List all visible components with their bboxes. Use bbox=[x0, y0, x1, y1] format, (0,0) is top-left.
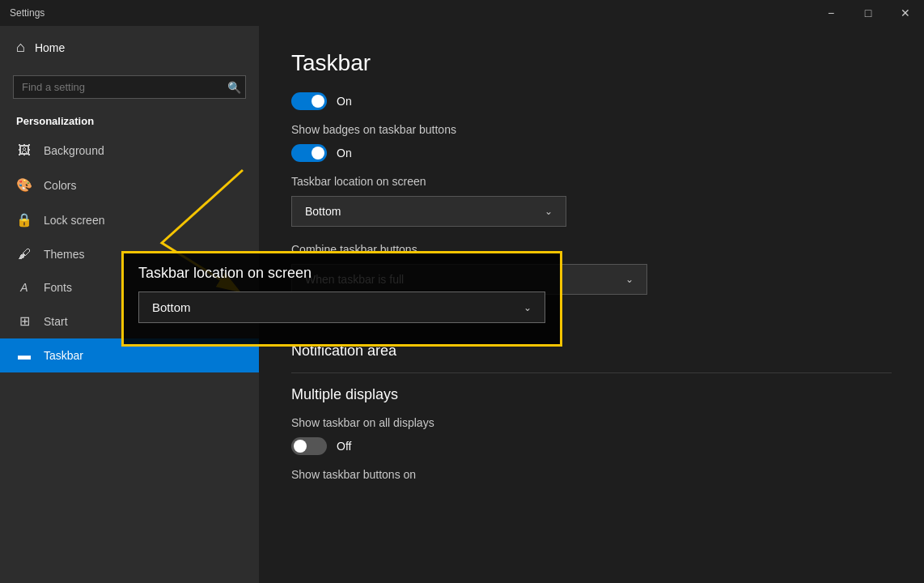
sidebar-item-label: Lock screen bbox=[44, 214, 104, 227]
divider-1 bbox=[291, 372, 892, 373]
sidebar-item-label: Background bbox=[44, 144, 104, 157]
multiple-display-toggle-row: Off bbox=[291, 437, 892, 455]
sidebar-item-label: Taskbar bbox=[44, 349, 83, 362]
taskbar-icon: ▬ bbox=[16, 348, 32, 363]
sidebar-item-label: Start bbox=[44, 315, 68, 328]
home-icon: ⌂ bbox=[16, 39, 25, 56]
sidebar-item-label: Themes bbox=[44, 248, 85, 261]
background-icon: 🖼 bbox=[16, 143, 32, 158]
taskbar-location-dropdown[interactable]: Bottom ⌄ bbox=[291, 196, 566, 227]
highlight-dropdown-value: Bottom bbox=[152, 300, 191, 314]
start-icon: ⊞ bbox=[16, 313, 32, 329]
sidebar-section-title: Personalization bbox=[0, 109, 259, 134]
search-box: 🔍 bbox=[13, 75, 246, 99]
maximize-button[interactable]: □ bbox=[850, 0, 887, 26]
search-input[interactable] bbox=[13, 75, 246, 99]
taskbar-location-value: Bottom bbox=[305, 205, 341, 218]
highlight-chevron-icon: ⌄ bbox=[523, 302, 532, 313]
taskbar-location-label: Taskbar location on screen bbox=[291, 175, 892, 188]
colors-icon: 🎨 bbox=[16, 177, 32, 193]
taskbar-toggle-row: On bbox=[291, 92, 892, 110]
window-controls: − □ ✕ bbox=[812, 0, 924, 26]
taskbar-toggle[interactable] bbox=[291, 92, 327, 110]
page-title: Taskbar bbox=[291, 50, 892, 76]
badges-label: Show badges on taskbar buttons bbox=[291, 123, 892, 136]
search-icon[interactable]: 🔍 bbox=[227, 81, 241, 94]
sidebar-item-lock-screen[interactable]: 🔒 Lock screen bbox=[0, 202, 259, 237]
multiple-display-toggle[interactable] bbox=[291, 437, 327, 455]
highlight-box-title: Taskbar location on screen bbox=[138, 265, 545, 282]
show-taskbar-buttons-label: Show taskbar buttons on bbox=[291, 468, 892, 481]
fonts-icon: A bbox=[16, 281, 32, 294]
taskbar-toggle-label: On bbox=[337, 95, 352, 108]
title-bar: Settings − □ ✕ bbox=[0, 0, 924, 26]
badges-toggle-row: On bbox=[291, 144, 892, 162]
badges-toggle[interactable] bbox=[291, 144, 327, 162]
highlight-dropdown[interactable]: Bottom ⌄ bbox=[138, 292, 545, 323]
app-title: Settings bbox=[10, 7, 45, 19]
minimize-button[interactable]: − bbox=[812, 0, 850, 26]
themes-icon: 🖌 bbox=[16, 247, 32, 262]
multiple-display-toggle-label: Off bbox=[337, 440, 351, 453]
multiple-display-label: Show taskbar on all displays bbox=[291, 416, 892, 429]
badges-toggle-label: On bbox=[337, 147, 352, 160]
chevron-down-icon: ⌄ bbox=[545, 206, 553, 217]
close-button[interactable]: ✕ bbox=[887, 0, 924, 26]
home-label: Home bbox=[35, 41, 65, 54]
sidebar-home[interactable]: ⌂ Home bbox=[0, 26, 259, 69]
highlight-box: Taskbar location on screen Bottom ⌄ bbox=[121, 251, 562, 347]
lock-icon: 🔒 bbox=[16, 212, 32, 228]
sidebar-item-background[interactable]: 🖼 Background bbox=[0, 134, 259, 168]
sidebar-item-label: Fonts bbox=[44, 281, 72, 294]
chevron-down-icon-2: ⌄ bbox=[625, 274, 634, 285]
sidebar-item-label: Colors bbox=[44, 179, 76, 192]
multiple-displays-heading: Multiple displays bbox=[291, 386, 892, 403]
sidebar-item-colors[interactable]: 🎨 Colors bbox=[0, 168, 259, 202]
